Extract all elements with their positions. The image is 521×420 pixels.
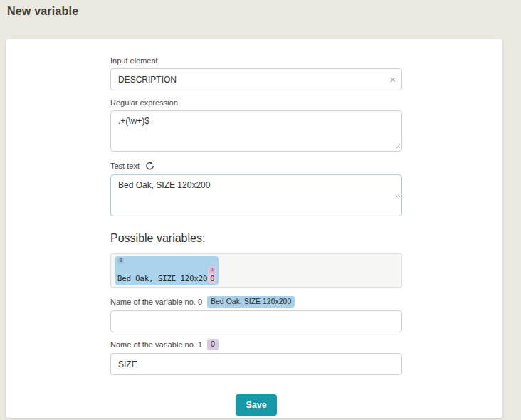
match-group-1: 10 <box>208 266 216 283</box>
group0-text: Bed Oak, SIZE 120x20 <box>117 274 207 283</box>
variable0-wrap <box>110 310 402 332</box>
variable0-label: Name of the variable no. 0 <box>110 298 202 307</box>
regex-textarea[interactable]: .+(\w+)$ <box>110 110 402 152</box>
input-element-wrap: × <box>110 68 402 90</box>
variable1-match-badge: 0 <box>207 339 219 350</box>
variable-form: Input element × Regular expression .+(\w… <box>6 39 402 420</box>
match-group-0: 0Bed Oak, SIZE 120x2010 <box>115 256 219 285</box>
group0-marker: 0 <box>117 258 124 264</box>
actions-row: Save <box>110 394 402 416</box>
save-button[interactable]: Save <box>236 394 276 416</box>
group1-text: 0 <box>209 274 215 283</box>
regex-label: Regular expression <box>110 98 402 107</box>
variable1-label-row: Name of the variable no. 1 0 <box>110 339 402 350</box>
regex-wrap: .+(\w+)$ <box>110 110 402 152</box>
page: New variable Input element × Regular exp… <box>0 0 521 420</box>
input-element-label: Input element <box>110 56 402 65</box>
test-text-label-row: Test text <box>110 161 402 172</box>
variable1-wrap <box>110 353 402 375</box>
match-preview-box: 0Bed Oak, SIZE 120x2010 <box>110 253 402 288</box>
variable0-label-row: Name of the variable no. 0 Bed Oak, SIZE… <box>110 296 402 308</box>
page-title: New variable <box>7 5 78 18</box>
input-element-field[interactable] <box>110 68 402 90</box>
variable0-name-field[interactable] <box>110 310 402 332</box>
form-card: Input element × Regular expression .+(\w… <box>6 39 502 418</box>
refresh-icon[interactable] <box>144 161 155 172</box>
test-text-label: Test text <box>110 162 140 171</box>
possible-variables-heading: Possible variables: <box>110 232 402 245</box>
clear-icon[interactable]: × <box>389 74 396 85</box>
test-text-wrap: Bed Oak, SIZE 120x200 <box>110 174 402 216</box>
variable1-name-field[interactable] <box>110 353 402 375</box>
test-text-textarea[interactable]: Bed Oak, SIZE 120x200 <box>110 174 402 216</box>
group1-marker: 1 <box>209 267 215 273</box>
variable0-match-badge: Bed Oak, SIZE 120x200 <box>207 296 295 308</box>
variable1-label: Name of the variable no. 1 <box>110 340 202 350</box>
